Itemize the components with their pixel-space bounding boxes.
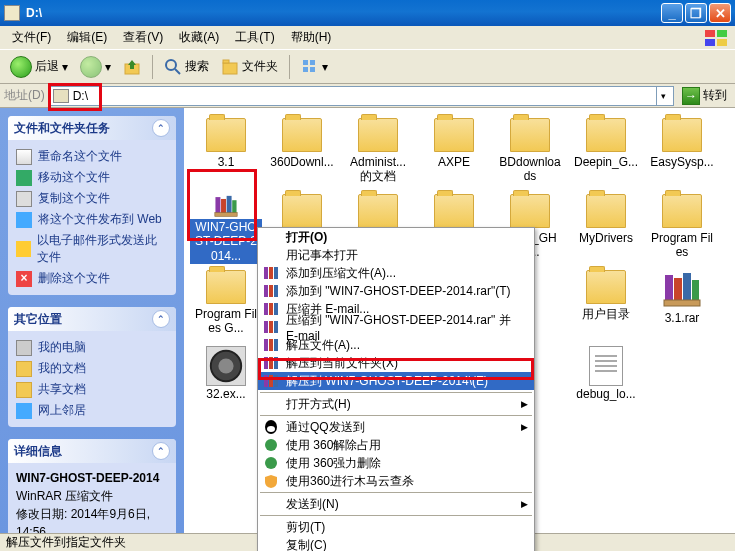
menu-cut[interactable]: 剪切(T) [258, 518, 534, 536]
folder-item[interactable]: EasySysp... [644, 116, 720, 190]
svg-rect-39 [274, 339, 278, 351]
search-button[interactable]: 搜索 [160, 55, 213, 79]
menu-view[interactable]: 查看(V) [115, 26, 171, 49]
folder-item[interactable]: Program Files G... [188, 268, 264, 342]
folder-icon [586, 270, 626, 304]
menu-extract-here[interactable]: 解压到当前文件夹(X) [258, 354, 534, 372]
svg-rect-10 [310, 60, 315, 65]
svg-rect-34 [264, 321, 268, 333]
submenu-arrow-icon: ▶ [521, 399, 528, 409]
folder-item[interactable]: 3.1.rar [644, 268, 720, 342]
window-title: D:\ [26, 6, 661, 20]
360-icon [262, 455, 280, 471]
rename-icon [16, 149, 32, 165]
task-copy[interactable]: 复制这个文件 [16, 188, 168, 209]
svg-rect-3 [717, 39, 727, 46]
folder-icon [358, 194, 398, 228]
menu-help[interactable]: 帮助(H) [283, 26, 340, 49]
svg-point-47 [267, 426, 275, 432]
forward-button[interactable]: ▾ [76, 53, 115, 81]
task-rename[interactable]: 重命名这个文件 [16, 146, 168, 167]
folder-item[interactable]: 3.1 [188, 116, 264, 190]
svg-rect-28 [264, 285, 268, 297]
folder-item[interactable]: Deepin_G... [568, 116, 644, 190]
task-delete[interactable]: ×删除这个文件 [16, 268, 168, 289]
file-item-text[interactable]: debug_lo... [568, 344, 644, 418]
menu-360-unlock[interactable]: 使用 360解除占用 [258, 436, 534, 454]
file-item-selected-rar[interactable]: WIN7-GHOST-DEEP-2014... [188, 192, 264, 266]
go-button[interactable]: → 转到 [678, 87, 731, 105]
detail-filetype: WinRAR 压缩文件 [16, 487, 168, 505]
menu-open-notepad[interactable]: 用记事本打开 [258, 246, 534, 264]
svg-line-6 [175, 69, 180, 74]
folder-item[interactable]: MyDrivers [568, 192, 644, 266]
place-mydocs[interactable]: 我的文档 [16, 358, 168, 379]
toolbar: 后退 ▾ ▾ 搜索 文件夹 ▾ [0, 50, 735, 84]
menu-send-to[interactable]: 发送到(N)▶ [258, 495, 534, 513]
up-button[interactable] [119, 55, 145, 79]
menu-add-archive[interactable]: 添加到压缩文件(A)... [258, 264, 534, 282]
back-button[interactable]: 后退 ▾ [6, 53, 72, 81]
collapse-icon[interactable]: ⌃ [152, 310, 170, 328]
menu-360-trojan[interactable]: 使用360进行木马云查杀 [258, 472, 534, 490]
menu-open[interactable]: 打开(O) [258, 228, 534, 246]
detail-modified: 修改日期: 2014年9月6日, 14:56 [16, 505, 168, 533]
collapse-icon[interactable]: ⌃ [152, 119, 170, 137]
folder-item[interactable]: Program Files [644, 192, 720, 266]
place-shared[interactable]: 共享文档 [16, 379, 168, 400]
folder-icon [282, 194, 322, 228]
menu-360-force-delete[interactable]: 使用 360强力删除 [258, 454, 534, 472]
svg-point-48 [265, 439, 277, 451]
file-tasks-panel: 文件和文件夹任务 ⌃ 重命名这个文件 移动这个文件 复制这个文件 将这个文件发布… [8, 116, 176, 295]
folder-item[interactable]: BDdownloads [492, 116, 568, 190]
minimize-button[interactable]: _ [661, 3, 683, 23]
delete-icon: × [16, 271, 32, 287]
svg-rect-32 [269, 303, 273, 315]
svg-rect-37 [264, 339, 268, 351]
place-network[interactable]: 网上邻居 [16, 400, 168, 421]
folder-item[interactable]: 用户目录 [568, 268, 644, 342]
windows-flag-icon [703, 28, 731, 48]
menu-qq-send[interactable]: 通过QQ发送到▶ [258, 418, 534, 436]
collapse-icon[interactable]: ⌃ [152, 442, 170, 460]
menu-tools[interactable]: 工具(T) [227, 26, 282, 49]
svg-point-49 [265, 457, 277, 469]
task-publish[interactable]: 将这个文件发布到 Web [16, 209, 168, 230]
maximize-button[interactable]: ❐ [685, 3, 707, 23]
search-icon [164, 58, 182, 76]
menu-add-to-named[interactable]: 添加到 "WIN7-GHOST-DEEP-2014.rar"(T) [258, 282, 534, 300]
file-item-exe[interactable]: 32.ex... [188, 344, 264, 418]
close-button[interactable]: ✕ [709, 3, 731, 23]
submenu-arrow-icon: ▶ [521, 499, 528, 509]
menu-compress-named-email[interactable]: 压缩到 "WIN7-GHOST-DEEP-2014.rar" 并 E-mail [258, 318, 534, 336]
folder-item[interactable]: AXPE [416, 116, 492, 190]
svg-rect-7 [223, 63, 237, 74]
menu-file[interactable]: 文件(F) [4, 26, 59, 49]
views-icon [301, 58, 319, 76]
task-email[interactable]: 以电子邮件形式发送此文件 [16, 230, 168, 268]
views-button[interactable]: ▾ [297, 55, 332, 79]
svg-rect-27 [274, 267, 278, 279]
folders-button[interactable]: 文件夹 [217, 55, 282, 79]
svg-rect-22 [664, 300, 700, 306]
address-dropdown-icon[interactable]: ▾ [656, 87, 670, 105]
network-icon [16, 403, 32, 419]
rar-icon [262, 373, 280, 389]
menu-edit[interactable]: 编辑(E) [59, 26, 115, 49]
task-move[interactable]: 移动这个文件 [16, 167, 168, 188]
folder-item[interactable]: Administ... 的文档 [340, 116, 416, 190]
menu-open-with[interactable]: 打开方式(H)▶ [258, 395, 534, 413]
menu-favorites[interactable]: 收藏(A) [171, 26, 227, 49]
submenu-arrow-icon: ▶ [521, 422, 528, 432]
address-field[interactable]: D:\ ▾ [49, 86, 674, 106]
place-mycomputer[interactable]: 我的电脑 [16, 337, 168, 358]
folder-item[interactable]: 360Downl... [264, 116, 340, 190]
menu-extract-files[interactable]: 解压文件(A)... [258, 336, 534, 354]
svg-rect-31 [264, 303, 268, 315]
svg-rect-45 [274, 375, 278, 387]
rar-icon [262, 319, 280, 335]
address-value: D:\ [73, 89, 88, 103]
menu-copy[interactable]: 复制(C) [258, 536, 534, 551]
status-text: 解压文件到指定文件夹 [6, 534, 126, 551]
menu-extract-to-named[interactable]: 解压到 WIN7-GHOST-DEEP-2014\(E) [258, 372, 534, 390]
